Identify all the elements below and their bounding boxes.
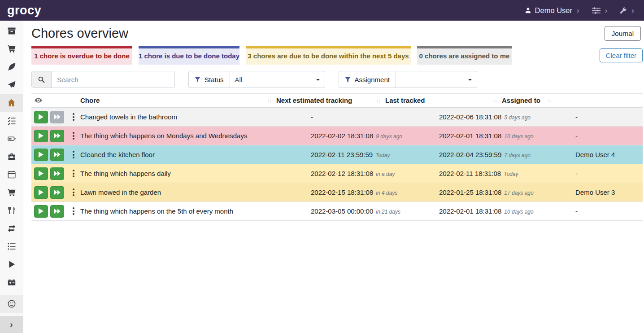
track-chore-button[interactable] xyxy=(34,205,48,218)
status-card-assigned-me[interactable]: 0 chores are assigned to me xyxy=(417,46,512,65)
status-card-due-soon[interactable]: 3 chores are due to be done within the n… xyxy=(246,46,411,65)
tasks-icon xyxy=(8,117,16,125)
user-menu-label: Demo User xyxy=(535,6,572,15)
column-header-last-tracked[interactable]: Last tracked ↑↓ xyxy=(385,96,501,104)
last-tracked-relative: 17 days ago xyxy=(504,190,533,196)
next-tracking-value: 2022-02-02 18:31:08 xyxy=(311,132,373,140)
clear-filter-button[interactable]: Clear filter xyxy=(600,48,643,62)
sidebar-item-batteries-overview[interactable] xyxy=(0,130,23,148)
user-icon xyxy=(525,7,531,14)
row-menu-kebab-icon[interactable] xyxy=(70,167,78,180)
assigned-to-value: - xyxy=(575,113,643,121)
sidebar-item-purchase[interactable] xyxy=(0,184,23,202)
sidebar-item-shopping-list[interactable] xyxy=(0,40,23,58)
sidebar: › xyxy=(0,21,23,333)
search-group xyxy=(31,71,175,88)
assigned-to-value: Demo User 4 xyxy=(575,151,643,158)
sidebar-item-equipment[interactable] xyxy=(0,148,23,166)
sidebar-item-consume[interactable] xyxy=(0,202,23,219)
column-header-assigned-to[interactable]: Assigned to ↑↓ xyxy=(501,96,556,104)
last-tracked-value: 2022-02-01 18:31:08 xyxy=(439,132,501,140)
row-menu-kebab-icon[interactable] xyxy=(70,186,78,199)
track-chore-button[interactable] xyxy=(34,186,48,199)
row-menu-kebab-icon[interactable] xyxy=(70,130,78,142)
column-visibility-toggle[interactable] xyxy=(31,98,80,103)
column-header-chore[interactable]: Chore ↑↓ xyxy=(80,96,276,104)
status-card-overdue[interactable]: 1 chore is overdue to be done xyxy=(31,46,132,65)
user-menu[interactable]: Demo User › xyxy=(525,6,579,15)
table-row: The thing which happens daily 2022-02-12… xyxy=(31,164,643,183)
column-header-next-tracking[interactable]: Next estimated tracking ↑↓ xyxy=(276,96,385,104)
last-tracked-relative: 5 days ago xyxy=(504,114,531,121)
sidebar-collapse-toggle[interactable]: › xyxy=(0,316,23,333)
sidebar-item-stock-overview[interactable] xyxy=(0,22,23,40)
next-tracking-relative: in 4 days xyxy=(376,190,397,196)
sidebar-item-inventory[interactable] xyxy=(0,237,23,255)
car-battery-icon xyxy=(8,278,16,286)
settings-menu[interactable]: › xyxy=(592,7,608,14)
search-input[interactable] xyxy=(52,71,174,88)
skip-chore-button[interactable] xyxy=(50,186,64,199)
track-chore-button[interactable] xyxy=(34,149,48,161)
chore-name: The thing which happens on the 5th of ev… xyxy=(80,207,311,215)
next-tracking-value: 2022-03-05 00:00:00 xyxy=(311,207,373,215)
battery-icon xyxy=(8,135,16,143)
next-tracking-relative: in 21 days xyxy=(376,209,400,215)
play-icon xyxy=(39,152,44,158)
sidebar-item-chores-overview[interactable] xyxy=(0,94,23,112)
sidebar-item-stock-journal[interactable] xyxy=(0,58,23,76)
status-select[interactable]: All xyxy=(230,71,325,88)
sidebar-item-tasks[interactable] xyxy=(0,112,23,130)
skip-chore-button[interactable] xyxy=(50,130,64,142)
skip-chore-button[interactable] xyxy=(50,167,64,180)
next-tracking-value: 2022-02-15 18:31:08 xyxy=(311,188,373,196)
page-title: Chores overview xyxy=(31,26,128,41)
last-tracked-relative: Today xyxy=(504,171,518,177)
fast-forward-icon xyxy=(54,171,61,176)
last-tracked-value: 2022-02-06 18:31:08 xyxy=(439,113,501,121)
admin-menu[interactable]: › xyxy=(620,7,634,14)
last-tracked-relative: 7 days ago xyxy=(504,152,531,158)
top-navbar: grocy Demo User › › › xyxy=(0,0,644,21)
status-filter-group: Status All xyxy=(188,71,325,88)
cart-icon xyxy=(8,188,16,197)
archive-icon xyxy=(8,27,16,35)
row-menu-kebab-icon[interactable] xyxy=(70,149,78,161)
exchange-icon xyxy=(8,224,16,232)
filter-bar: Status All Assignment xyxy=(31,71,643,88)
skip-chore-button[interactable] xyxy=(50,149,64,161)
skip-chore-button[interactable] xyxy=(50,205,64,218)
sidebar-item-battery-tracking[interactable] xyxy=(0,273,23,291)
play-icon xyxy=(39,208,44,214)
last-tracked-relative: 10 days ago xyxy=(504,209,533,215)
next-tracking-relative: in a day xyxy=(376,171,395,177)
assigned-to-value: - xyxy=(575,207,643,215)
last-tracked-relative: 10 days ago xyxy=(504,133,533,140)
assignment-select[interactable] xyxy=(396,71,477,88)
track-chore-button[interactable] xyxy=(34,167,48,180)
play-icon xyxy=(39,133,44,139)
row-menu-kebab-icon[interactable] xyxy=(70,205,78,218)
track-chore-button[interactable] xyxy=(34,111,48,123)
play-icon xyxy=(39,171,44,176)
sidebar-item-chore-tracking[interactable] xyxy=(0,255,23,273)
track-chore-button[interactable] xyxy=(34,130,48,142)
row-menu-kebab-icon[interactable] xyxy=(70,111,78,123)
sidebar-item-feedback[interactable] xyxy=(0,295,23,313)
sidebar-item-calendar[interactable] xyxy=(0,166,23,184)
assignment-filter-label: Assignment xyxy=(339,71,396,88)
paper-plane-icon xyxy=(8,81,16,89)
grocy-logo[interactable]: grocy xyxy=(7,4,41,18)
feather-icon xyxy=(8,63,16,71)
sidebar-item-transfer[interactable] xyxy=(0,219,23,237)
sidebar-item-meal-plan[interactable] xyxy=(0,76,23,94)
assigned-to-value: - xyxy=(575,132,643,140)
last-tracked-value: 2022-02-01 18:31:08 xyxy=(439,207,501,215)
smiley-icon xyxy=(8,300,16,308)
status-filter-cards: 1 chore is overdue to be done 1 chore is… xyxy=(31,46,643,65)
status-card-due-today[interactable]: 1 chore is due to be done today xyxy=(139,46,239,65)
cart-icon xyxy=(8,45,16,53)
fast-forward-icon xyxy=(54,190,61,195)
table-row: The thing which happens on the 5th of ev… xyxy=(31,202,643,221)
journal-button[interactable]: Journal xyxy=(605,26,641,41)
